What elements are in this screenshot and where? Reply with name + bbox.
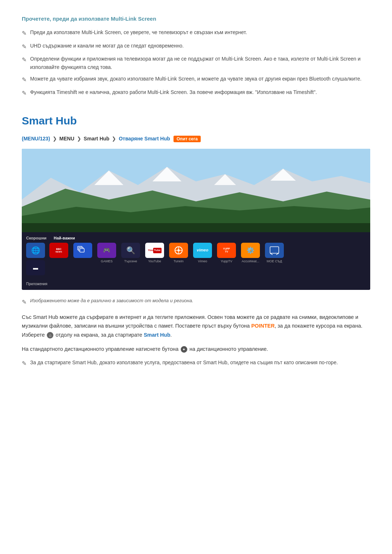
- category-important: Най-важни: [54, 235, 75, 242]
- weather-icon: ⚙️: [241, 243, 260, 258]
- tv-app-moecyd[interactable]: МОЕ СЪД: [264, 243, 285, 264]
- tv-left-icons: 🌐 ▬: [26, 243, 45, 276]
- tv-apps-section: Приложения: [26, 278, 366, 290]
- bullet-text: UHD съдържание и канали не могат да се г…: [30, 42, 370, 50]
- breadcrumb-arrow: ❯: [53, 136, 58, 141]
- tv-app-globe: 🌐: [26, 243, 45, 258]
- games-icon: 🎮: [97, 243, 116, 258]
- bullet-text: Преди да използвате Multi-Link Screen, с…: [30, 28, 370, 36]
- list-item: ✎ За да стартирате Smart Hub, докато изп…: [22, 358, 370, 368]
- tv-app-tunein[interactable]: TuneIn: [168, 243, 189, 264]
- tv-app-games[interactable]: 🎮 GAMES: [96, 243, 118, 264]
- bullet-icon: ✎: [22, 359, 26, 368]
- footer-bullet-text: За да стартирате Smart Hub, докато изпол…: [30, 358, 338, 366]
- breadcrumb-action: Отваряне Smart Hub: [119, 136, 170, 141]
- search-icon: 🔍: [121, 243, 140, 258]
- tv-app-multilink[interactable]: [72, 243, 94, 259]
- tv-app-label: МОЕ СЪД: [267, 259, 282, 264]
- tv-app-label: YuppTV: [221, 259, 232, 264]
- smarthub-section: Smart Hub (MENU/123) ❯ MENU ❯ Smart Hub …: [22, 112, 370, 368]
- try-now-button[interactable]: Опит сега: [173, 136, 200, 142]
- bullet-text: Функцията Timeshift не е налична, докато…: [30, 88, 370, 96]
- tv-mountain-bg: [22, 149, 370, 232]
- bullet-icon: ✎: [22, 75, 26, 85]
- svg-rect-16: [270, 247, 279, 253]
- list-item: ✎ UHD съдържание и канали не могат да се…: [22, 42, 370, 52]
- svg-rect-8: [22, 223, 370, 232]
- tv-app-source: ▬: [26, 260, 45, 275]
- smarthub-highlight: Smart Hub: [144, 332, 170, 338]
- tv-app-label: YouTube: [148, 259, 161, 264]
- pointer-highlight: POINTER: [251, 323, 274, 329]
- yupptv-icon: YUPPTV: [217, 243, 236, 258]
- prereq-bullet-list: ✎ Преди да използвате Multi-Link Screen,…: [22, 28, 370, 98]
- smarthub-highlight-footer: Smart Hub: [72, 360, 97, 365]
- tv-app-label: AccuWeat...: [242, 259, 259, 264]
- note-text: Изображението може да е различно в завис…: [30, 297, 193, 305]
- body-paragraph-2: На стандартното дистанционното управлени…: [22, 345, 370, 354]
- tv-app-youtube[interactable]: YouTube YouTube: [144, 243, 166, 264]
- tv-app-weather[interactable]: ⚙️ AccuWeat...: [240, 243, 261, 264]
- tv-app-label: GAMES: [101, 259, 113, 264]
- moecyd-icon: [265, 243, 284, 258]
- multilink-icon: [73, 243, 92, 258]
- tv-app-bbc[interactable]: BBC NEWS: [48, 243, 70, 259]
- youtube-icon: YouTube: [145, 243, 164, 258]
- breadcrumb-menu: MENU: [60, 136, 74, 141]
- footer-bullet-list: ✎ За да стартирате Smart Hub, докато изп…: [22, 358, 370, 368]
- breadcrumb-arrow: ❯: [77, 136, 83, 141]
- vimeo-icon: vimeo: [193, 243, 212, 258]
- note-bullet-icon: ✎: [22, 297, 26, 307]
- tv-app-search[interactable]: 🔍 Търсене: [120, 243, 142, 264]
- bullet-icon: ✎: [22, 55, 26, 65]
- prereq-title: Прочетете, преди да използвате Multi-Lin…: [22, 15, 370, 23]
- tv-app-label: Търсене: [124, 259, 137, 264]
- tv-categories: Скорошни Най-важни: [26, 235, 366, 242]
- home-circle-icon: ⌂: [47, 332, 53, 338]
- bullet-icon: ✎: [22, 89, 26, 98]
- breadcrumb-arrow: ❯: [112, 136, 118, 141]
- tv-apps-label: Приложения: [26, 280, 48, 287]
- remote-btn-icon: ✦: [181, 346, 187, 353]
- tunein-icon: [169, 243, 188, 258]
- bullet-text: Определени функции и приложения на телев…: [30, 55, 370, 71]
- category-recent: Скорошни: [26, 235, 46, 242]
- list-item: ✎ Преди да използвате Multi-Link Screen,…: [22, 28, 370, 38]
- smarthub-title: Smart Hub: [22, 112, 370, 130]
- tv-bottom-bar: Скорошни Най-важни 🌐 ▬ BBC NEWS: [22, 232, 370, 290]
- list-item: ✎ Определени функции и приложения на тел…: [22, 55, 370, 71]
- prereq-section: Прочетете, преди да използвате Multi-Lin…: [22, 15, 370, 98]
- svg-point-15: [177, 249, 180, 251]
- tv-app-vimeo[interactable]: vimeo Vimeo: [192, 243, 213, 264]
- breadcrumb-smarthub: Smart Hub: [84, 136, 110, 141]
- svg-rect-11: [80, 249, 84, 252]
- tv-app-label: Vimeo: [198, 259, 207, 264]
- list-item: ✎ Можете да чувате избрания звук, докато…: [22, 75, 370, 85]
- bullet-text: Можете да чувате избрания звук, докато и…: [30, 75, 370, 83]
- menu-key: (MENU/123): [22, 136, 50, 141]
- tv-app-label: TuneIn: [173, 259, 184, 264]
- tv-screenshot: Скорошни Най-важни 🌐 ▬ BBC NEWS: [22, 149, 370, 290]
- note-row: ✎ Изображението може да е различно в зав…: [22, 297, 370, 307]
- bbc-icon: BBC NEWS: [49, 243, 68, 258]
- tv-app-yupptv[interactable]: YUPPTV YuppTV: [216, 243, 237, 264]
- list-item: ✎ Функцията Timeshift не е налична, дока…: [22, 88, 370, 98]
- breadcrumb: (MENU/123) ❯ MENU ❯ Smart Hub ❯ Отваряне…: [22, 135, 370, 143]
- bullet-icon: ✎: [22, 42, 26, 52]
- bullet-icon: ✎: [22, 29, 26, 38]
- body-paragraph-1: Със Smart Hub можете да сърфирате в инте…: [22, 313, 370, 340]
